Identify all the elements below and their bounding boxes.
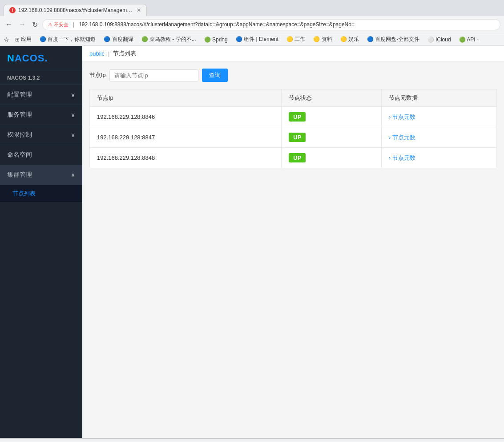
status-badge-up: UP xyxy=(289,133,306,142)
col-status: 节点状态 xyxy=(282,89,382,107)
sidebar-version: NACOS 1.3.2 xyxy=(0,71,82,85)
address-separator: | xyxy=(73,21,74,28)
service-arrow-icon: ∨ xyxy=(71,111,75,118)
breadcrumb-current: 节点列表 xyxy=(113,49,136,57)
browser-chrome: 192.168.0.109:8888/nacos/#/clusterManage… xyxy=(0,0,504,46)
bookmark-spring[interactable]: 🟢 Spring xyxy=(202,36,230,44)
devtools-tab-bar: ⬚ 📱 Elements Console Sources Network Per… xyxy=(0,439,504,442)
tab-performance[interactable]: Performance xyxy=(145,440,187,442)
bookmark-api[interactable]: 🟢 API - xyxy=(457,36,481,44)
active-tab[interactable]: 192.168.0.109:8888/nacos/#/clusterManage… xyxy=(4,4,147,16)
logo-n: N xyxy=(7,53,15,64)
tab-memory[interactable]: Memory xyxy=(187,440,217,442)
cell-ip: 192.168.229.128:8847 xyxy=(90,127,282,148)
bookmarks-bar: ☆ ⊞ 应用 🔵 百度一下，你就知道 🔵 百度翻译 🟢 菜鸟教程 - 学的不..… xyxy=(0,33,504,45)
tab-security[interactable]: Security xyxy=(254,440,283,442)
status-badge-up: UP xyxy=(289,112,306,122)
bookmark-translate[interactable]: 🔵 百度翻译 xyxy=(101,35,135,44)
col-ip: 节点Ip xyxy=(90,89,282,107)
bookmark-runoob[interactable]: 🟢 菜鸟教程 - 学的不... xyxy=(139,35,198,44)
data-table: 节点Ip 节点状态 节点元数据 192.168.229.128:8846 UP … xyxy=(89,89,497,168)
tab-application[interactable]: Application xyxy=(217,440,254,442)
cell-ip: 192.168.229.128:8846 xyxy=(90,107,282,127)
config-label: 配置管理 xyxy=(7,91,32,99)
tab-favicon xyxy=(9,7,16,13)
cell-meta[interactable]: › 节点元数 xyxy=(381,148,496,168)
cell-status: UP xyxy=(282,127,382,148)
cell-status: UP xyxy=(282,148,382,168)
tab-close-icon[interactable]: ✕ xyxy=(137,7,141,13)
nodes-label: 节点列表 xyxy=(12,190,36,197)
auth-arrow-icon: ∨ xyxy=(71,131,75,138)
apps-label: 应用 xyxy=(21,36,32,43)
sidebar-logo: NACOS. xyxy=(0,46,82,71)
tab-sources[interactable]: Sources xyxy=(85,440,115,442)
tab-lighthouse[interactable]: Lighthouse xyxy=(283,440,320,442)
table-row: 192.168.229.128:8846 UP › 节点元数 xyxy=(90,107,497,127)
sidebar-item-auth[interactable]: 权限控制 ∨ xyxy=(0,125,82,145)
breadcrumb-parent[interactable]: public xyxy=(89,50,105,57)
sidebar-item-config[interactable]: 配置管理 ∨ xyxy=(0,85,82,105)
tab-title: 192.168.0.109:8888/nacos/#/clusterManage… xyxy=(18,7,134,13)
bookmark-data[interactable]: 🟡 资料 xyxy=(311,35,334,44)
auth-label: 权限控制 xyxy=(7,131,32,139)
table-row: 192.168.229.128:8847 UP › 节点元数 xyxy=(90,127,497,148)
search-input[interactable] xyxy=(109,69,198,81)
security-warning: 不安全 xyxy=(48,21,69,28)
address-text: 192.168.0.109:8888/nacos/#/clusterManage… xyxy=(79,21,355,28)
expand-meta-icon[interactable]: › 节点元数 xyxy=(389,114,415,120)
logo-rest: ACOS. xyxy=(15,53,48,64)
main-content: public | 节点列表 节点Ip 查询 节点Ip 节点状态 节点元数据 xyxy=(82,46,504,438)
search-row: 节点Ip 查询 xyxy=(89,69,497,82)
breadcrumb: public | 节点列表 xyxy=(89,49,497,57)
bookmark-baidu-pan[interactable]: 🔵 百度网盘-全部文件 xyxy=(365,35,422,44)
table-row: 192.168.229.128:8848 UP › 节点元数 xyxy=(90,148,497,168)
service-label: 服务管理 xyxy=(7,111,32,119)
apps-icon: ⊞ xyxy=(15,36,20,43)
cell-meta[interactable]: › 节点元数 xyxy=(381,127,496,148)
tab-elements[interactable]: Elements xyxy=(22,440,55,442)
bookmark-icloud[interactable]: ⚪ iCloud xyxy=(425,36,453,44)
sidebar: NACOS. NACOS 1.3.2 配置管理 ∨ 服务管理 ∨ 权限控制 ∨ … xyxy=(0,46,82,438)
cell-ip: 192.168.229.128:8848 xyxy=(90,148,282,168)
security-label: 不安全 xyxy=(54,21,69,28)
sidebar-item-service[interactable]: 服务管理 ∨ xyxy=(0,105,82,125)
col-meta: 节点元数据 xyxy=(381,89,496,107)
cell-meta[interactable]: › 节点元数 xyxy=(381,107,496,127)
cluster-label: 集群管理 xyxy=(7,171,32,179)
namespace-label: 命名空间 xyxy=(7,151,32,159)
bookmark-entertainment[interactable]: 🟡 娱乐 xyxy=(338,35,361,44)
table-header-row: 节点Ip 节点状态 节点元数据 xyxy=(90,89,497,107)
config-arrow-icon: ∨ xyxy=(71,91,75,98)
search-label: 节点Ip xyxy=(89,71,106,79)
back-button[interactable]: ← xyxy=(4,19,14,30)
address-bar[interactable]: 不安全 | 192.168.0.109:8888/nacos/#/cluster… xyxy=(42,19,500,30)
forward-button[interactable]: → xyxy=(17,19,28,30)
app-container: NACOS. NACOS 1.3.2 配置管理 ∨ 服务管理 ∨ 权限控制 ∨ … xyxy=(0,46,504,438)
query-button[interactable]: 查询 xyxy=(202,69,228,82)
sidebar-sub-item-nodes[interactable]: 节点列表 xyxy=(0,185,82,202)
bookmark-element[interactable]: 🔵 组件 | Element xyxy=(234,35,281,44)
tab-bar: 192.168.0.109:8888/nacos/#/clusterManage… xyxy=(0,0,504,16)
tab-console[interactable]: Console xyxy=(55,440,85,442)
bookmark-apps[interactable]: ⊞ 应用 xyxy=(13,35,34,44)
nav-bar: ← → ↻ 不安全 | 192.168.0.109:8888/nacos/#/c… xyxy=(0,16,504,33)
breadcrumb-bar: public | 节点列表 xyxy=(82,46,504,61)
sidebar-item-namespace[interactable]: 命名空间 xyxy=(0,145,82,165)
bookmark-baidu[interactable]: 🔵 百度一下，你就知道 xyxy=(37,35,98,44)
bookmark-work[interactable]: 🟡 工作 xyxy=(284,35,307,44)
sidebar-item-cluster[interactable]: 集群管理 ∧ xyxy=(0,165,82,185)
cluster-arrow-icon: ∧ xyxy=(71,171,75,178)
content-area: 节点Ip 查询 节点Ip 节点状态 节点元数据 192.168.229.128:… xyxy=(82,61,504,175)
cell-status: UP xyxy=(282,107,382,127)
tab-network[interactable]: Network xyxy=(115,440,145,442)
reload-button[interactable]: ↻ xyxy=(30,19,40,31)
expand-meta-icon[interactable]: › 节点元数 xyxy=(389,134,415,141)
bookmarks-icon: ☆ xyxy=(4,36,9,43)
status-badge-up: UP xyxy=(289,153,306,162)
devtools-panel: ⬚ 📱 Elements Console Sources Network Per… xyxy=(0,438,504,442)
logo-text: NACOS. xyxy=(7,53,75,64)
breadcrumb-separator: | xyxy=(108,50,109,57)
expand-meta-icon[interactable]: › 节点元数 xyxy=(389,154,415,161)
